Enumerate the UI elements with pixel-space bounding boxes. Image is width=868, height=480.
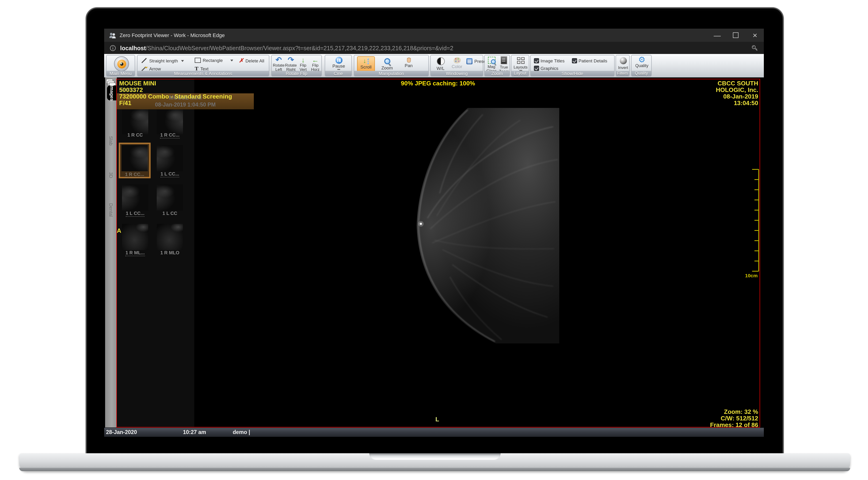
mammogram-image[interactable] [412, 108, 559, 343]
scroll-icon: ↓ [363, 58, 369, 64]
app-icon [109, 32, 116, 38]
zoom-tool-button[interactable]: Zoom [379, 57, 396, 70]
url-path[interactable]: /Shina/CloudWebServer/WebPatientBrowser/… [146, 45, 454, 52]
thumbnail-1lcc-tomo[interactable] [157, 145, 183, 171]
rotate-right-button[interactable]: ↷ RotateRight [285, 57, 297, 71]
thumbnail-1lcc-2[interactable] [122, 184, 148, 211]
graphics-checkbox[interactable]: Graphics [534, 66, 558, 71]
thumbnail-1rcc[interactable] [122, 108, 148, 134]
sidebar-tab-3d[interactable]: 3D [108, 172, 114, 178]
thumbnail-1lcc[interactable] [157, 184, 183, 211]
group-label-main-menu: Main Menu [106, 71, 135, 76]
straight-length-label: Straight length [149, 58, 178, 63]
thumbnail-label: 1 R CC... [153, 132, 186, 139]
chevron-down-icon[interactable] [230, 59, 233, 61]
scroll-button[interactable]: ↓ Scroll [357, 56, 375, 72]
delete-all-label: Delete All [245, 58, 264, 63]
address-bar[interactable]: localhost/Shina/CloudWebServer/WebPatien… [104, 42, 764, 54]
thumbnail-label: 1 R ML... [119, 250, 152, 256]
rectangle-button[interactable]: Rectangle [195, 58, 233, 63]
group-windowing: W/L Color Presets Windowing [430, 55, 483, 77]
group-manipulation: ↓ Scroll Zoom Pan Manipulation [354, 55, 429, 77]
flip-vert-button[interactable]: ↓ FlipVert [297, 57, 309, 71]
main-menu-button[interactable] [114, 56, 129, 71]
delete-all-button[interactable]: ✗ Delete All [239, 58, 264, 63]
thumbnail-1rmlo[interactable] [157, 224, 183, 250]
wl-label: W/L [437, 66, 444, 71]
thumbnail-label: 1 L CC [153, 211, 186, 216]
sidebar-tab-images[interactable]: Images [107, 85, 117, 100]
main-menu-icon [114, 56, 129, 71]
sidebar-tab-strip [105, 78, 117, 428]
straight-length-button[interactable]: Straight length [141, 58, 184, 64]
flip-horz-button[interactable]: ← FlipHorz [309, 57, 321, 71]
site-name: CBCC SOUTH [716, 80, 758, 87]
mag-glass-icon [488, 57, 495, 64]
pause-icon [335, 57, 342, 64]
thumbnail-label: 1 L CC... [119, 211, 152, 217]
text-icon: T [195, 66, 198, 71]
group-label-measurements: Measurements & Annotations [137, 71, 269, 76]
thumbnail-1rml[interactable] [122, 224, 148, 250]
group-label-manipulation: Manipulation [354, 71, 428, 76]
delete-all-icon: ✗ [239, 58, 244, 63]
url-text[interactable]: localhost/Shina/CloudWebServer/WebPatien… [120, 43, 453, 52]
text-button[interactable]: T Text [195, 66, 209, 71]
thumbnail-1rcc-tomo[interactable] [157, 108, 183, 134]
group-label-zoom: Zoom [485, 71, 509, 76]
study-time: 13:04:50 [716, 100, 758, 107]
invert-label: Invert [618, 65, 628, 70]
layouts-button[interactable]: Layouts [513, 57, 528, 71]
thumbnail-label: 1 R CC... [118, 172, 151, 178]
pause-button[interactable]: Pause [332, 57, 346, 70]
patient-details-checkbox[interactable]: Patient Details [572, 58, 608, 63]
close-icon[interactable]: × [752, 32, 757, 39]
group-label-layout: Layout [512, 71, 529, 76]
url-host[interactable]: localhost [120, 45, 146, 52]
thumbnail-label: 1 R CC [119, 132, 152, 138]
true-zoom-icon [501, 56, 507, 64]
image-titles-checkbox[interactable]: Image Titles [534, 58, 564, 63]
mag-glass-button[interactable]: MagGlass [485, 57, 498, 73]
cache-status: 90% JPEG caching: 100% [104, 80, 764, 87]
patient-id: 5003372 [119, 87, 232, 93]
chevron-down-icon[interactable] [181, 60, 184, 62]
quality-button[interactable]: ⚙ Quality [633, 56, 651, 68]
window-title: Zero Footprint Viewer - Work - Microsoft… [120, 32, 225, 38]
invert-button[interactable]: Invert [617, 57, 630, 70]
group-label-filters: Filters [616, 71, 629, 76]
pan-label: Pan [405, 63, 413, 68]
restore-icon[interactable] [733, 32, 739, 38]
group-label-quality: Quality [631, 71, 651, 76]
color-button[interactable]: Color [450, 57, 465, 69]
checkbox-checked-icon[interactable] [534, 58, 539, 63]
wl-button[interactable]: W/L [434, 57, 447, 71]
invert-sphere-icon [620, 57, 627, 64]
layouts-icon [517, 57, 524, 64]
tab-images-label: Images [109, 85, 115, 101]
pause-label: Pause [333, 64, 345, 68]
arrow-label: Arrow [149, 66, 161, 71]
rotate-left-button[interactable]: ↶ RotateLeft [273, 57, 285, 71]
rectangle-label: Rectangle [203, 58, 223, 63]
patient-study: 73200000 Combo - Standard Screening [119, 93, 232, 100]
password-key-icon[interactable] [751, 44, 758, 51]
rotate-right-icon: ↷ [288, 57, 294, 63]
group-main-menu: Main Menu [106, 55, 135, 77]
minimize-icon[interactable]: — [714, 32, 721, 39]
scroll-label: Scroll [360, 64, 372, 69]
straight-length-icon [141, 58, 147, 64]
checkbox-checked-icon[interactable] [572, 58, 577, 63]
thumbnail-1rcc-selected[interactable] [122, 145, 148, 171]
group-quality: ⚙ Quality Quality [631, 55, 652, 77]
anterior-marker: A [117, 228, 121, 234]
checkbox-checked-icon[interactable] [534, 66, 539, 71]
pan-button[interactable]: Pan [400, 57, 417, 68]
page-info-icon[interactable] [110, 45, 116, 51]
browser-window: Zero Footprint Viewer - Work - Microsoft… [104, 29, 764, 437]
sidebar-tab-slab[interactable]: Slab [108, 136, 114, 146]
sidebar-tab-dental[interactable]: Dental [108, 203, 114, 217]
pause-dropdown-icon[interactable] [337, 69, 340, 70]
thumbnail-label: 1 L CC... [153, 171, 186, 177]
group-cine: Pause Cine [325, 55, 352, 77]
